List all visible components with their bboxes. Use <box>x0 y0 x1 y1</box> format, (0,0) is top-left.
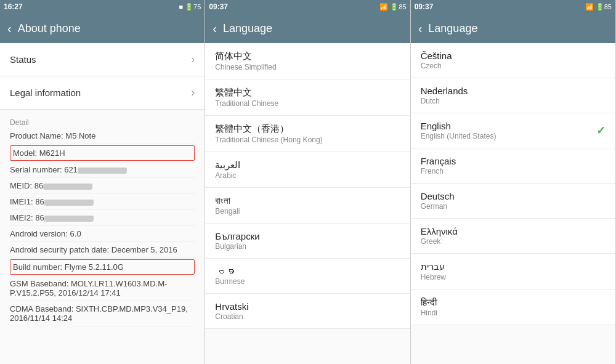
detail-section-label: Detail <box>10 115 195 128</box>
lang-english: Burmese <box>215 277 245 286</box>
lang-native: हिन्दी <box>421 297 437 308</box>
list-item[interactable]: Ελληνικά Greek <box>411 219 615 254</box>
product-name-row: Product Name: M5 Note <box>10 128 195 144</box>
wifi-icon-3: 📶 <box>585 3 594 11</box>
lang-english: Chinese Simplified <box>215 63 276 71</box>
status-menu-item[interactable]: Status › <box>0 43 205 76</box>
lang-native: English <box>421 121 496 131</box>
lang-native: Deutsch <box>421 191 455 201</box>
language-header-1: ‹ Language <box>205 14 410 43</box>
language-list-1: 简体中文 Chinese Simplified 繁體中文 Traditional… <box>205 43 410 364</box>
legal-label: Legal information <box>10 87 81 98</box>
time-2: 09:37 <box>209 2 228 11</box>
list-item[interactable]: 繁體中文（香港） Traditional Chinese (Hong Kong) <box>205 116 410 152</box>
status-icons-2: 📶 🔋85 <box>379 3 406 11</box>
meid-blurred <box>43 184 92 190</box>
battery-label-3: 🔋85 <box>596 3 612 11</box>
list-item[interactable]: Nederlands Dutch <box>411 78 615 113</box>
language-panel-1: 09:37 📶 🔋85 ‹ Language 简体中文 Chinese Simp… <box>205 0 410 364</box>
lang-native: Ελληνικά <box>421 226 458 237</box>
lang-english: German <box>421 202 455 211</box>
list-item[interactable]: ဗမာ Burmese <box>205 259 410 294</box>
imei2-blurred <box>44 216 94 222</box>
list-item[interactable]: العربية Arabic <box>205 152 410 188</box>
back-button-2[interactable]: ‹ <box>213 22 217 36</box>
lang-native: 繁體中文（香港） <box>215 123 322 135</box>
lang-english: French <box>421 167 456 176</box>
lang-native: Nederlands <box>421 86 468 96</box>
status-bar-2: 09:37 📶 🔋85 <box>205 0 410 14</box>
status-arrow: › <box>191 53 195 66</box>
status-icons-1: ■ 🔋75 <box>179 3 201 11</box>
lang-english: Bengali <box>215 207 240 216</box>
lang-native: Čeština <box>421 51 452 61</box>
status-label: Status <box>10 54 36 65</box>
lang-native: ဗမာ <box>215 266 245 277</box>
imei1-row: IMEI1: 86 <box>10 194 195 210</box>
wifi-icon: 📶 <box>379 3 388 11</box>
list-item[interactable]: 繁體中文 Traditional Chinese <box>205 79 410 116</box>
build-number-row: Build number: Flyme 5.2.11.0G <box>10 259 195 275</box>
language-title-1: Language <box>223 22 272 35</box>
status-bar-1: 16:27 ■ 🔋75 <box>0 0 205 14</box>
lang-english: Czech <box>421 62 452 70</box>
serial-blurred <box>78 168 127 174</box>
lang-native: বাংলা <box>215 195 240 206</box>
lang-english: Hindi <box>421 309 437 317</box>
language-title-2: Language <box>428 22 477 35</box>
serial-row: Serial number: 621 <box>10 162 195 178</box>
language-list-2: Čeština Czech Nederlands Dutch English E… <box>411 43 615 364</box>
list-item[interactable]: Deutsch German <box>411 184 615 219</box>
about-title: About phone <box>18 22 81 35</box>
about-header: ‹ About phone <box>0 14 205 43</box>
status-bar-3: 09:37 📶 🔋85 <box>411 0 615 14</box>
list-item[interactable]: 简体中文 Chinese Simplified <box>205 43 410 79</box>
status-icons-3: 📶 🔋85 <box>585 3 612 11</box>
detail-section: Detail Product Name: M5 Note Model: M621… <box>0 110 205 329</box>
list-item[interactable]: Български Bulgarian <box>205 224 410 259</box>
battery-label-2: 🔋85 <box>390 3 406 11</box>
meid-row: MEID: 86 <box>10 178 195 194</box>
imei1-blurred <box>44 200 94 206</box>
list-item[interactable]: हिन्दी Hindi <box>411 289 615 325</box>
legal-arrow: › <box>191 86 195 99</box>
lang-english: English (United States) <box>421 132 496 140</box>
lang-english: Croatian <box>215 312 248 321</box>
cdma-baseband-row: CDMA Baseband: SIXTH.CBP.MD.MP3.V34_P19,… <box>10 301 195 326</box>
battery-label-1: 🔋75 <box>185 3 201 11</box>
lang-english: Arabic <box>215 171 240 180</box>
legal-menu-item[interactable]: Legal information › <box>0 76 205 110</box>
security-patch-row: Android security patch date: December 5,… <box>10 242 195 258</box>
gsm-baseband-row: GSM Baseband: MOLY.LR11.W1603.MD.M-P.V15… <box>10 276 195 301</box>
lang-english: Bulgarian <box>215 242 259 251</box>
lang-native: Български <box>215 231 259 241</box>
back-button-1[interactable]: ‹ <box>7 22 12 36</box>
list-item[interactable]: Hrvatski Croatian <box>205 294 410 329</box>
imei2-row: IMEI2: 86 <box>10 210 195 226</box>
back-button-3[interactable]: ‹ <box>418 22 423 36</box>
lang-english: Traditional Chinese (Hong Kong) <box>215 135 322 144</box>
about-phone-panel: 16:27 ■ 🔋75 ‹ About phone Status › Legal… <box>0 0 205 364</box>
list-item[interactable]: Français French <box>411 148 615 184</box>
list-item[interactable]: বাংলা Bengali <box>205 188 410 224</box>
lang-native: 繁體中文 <box>215 87 278 99</box>
language-header-2: ‹ Language <box>411 14 615 43</box>
lang-native: עברית <box>421 261 446 272</box>
list-item[interactable]: Čeština Czech <box>411 43 615 78</box>
list-item[interactable]: עברית Hebrew <box>411 254 615 289</box>
lang-native: العربية <box>215 160 240 171</box>
model-row: Model: M621H <box>10 145 195 161</box>
android-version-row: Android version: 6.0 <box>10 226 195 242</box>
time-3: 09:37 <box>415 2 434 11</box>
selected-checkmark: ✓ <box>596 124 606 137</box>
time-1: 16:27 <box>4 2 23 11</box>
list-item-english-selected[interactable]: English English (United States) ✓ <box>411 113 615 148</box>
about-content: Status › Legal information › Detail Prod… <box>0 43 205 364</box>
lang-english: Traditional Chinese <box>215 99 278 108</box>
lang-native: 简体中文 <box>215 51 276 62</box>
sim-icon: ■ <box>179 3 183 10</box>
lang-native: Français <box>421 156 456 166</box>
lang-native: Hrvatski <box>215 301 248 312</box>
lang-english: Dutch <box>421 97 468 105</box>
lang-english: Greek <box>421 237 458 246</box>
